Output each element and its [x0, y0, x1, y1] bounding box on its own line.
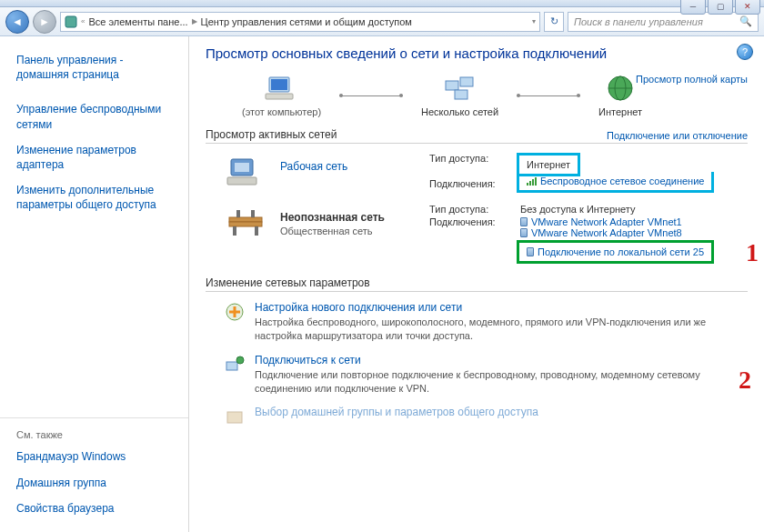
svg-rect-2 — [271, 79, 287, 90]
full-map-link[interactable]: Просмотр полной карты — [636, 74, 748, 85]
sidebar-item-adapter[interactable]: Изменение параметров адаптера — [0, 137, 188, 177]
network-type: Общественная сеть — [280, 226, 417, 236]
task-link[interactable]: Подключиться к сети — [255, 354, 728, 366]
work-network-icon — [224, 153, 267, 189]
search-placeholder: Поиск в панели управления — [574, 16, 703, 27]
connect-disconnect-link[interactable]: Подключение или отключение — [607, 130, 748, 141]
svg-rect-11 — [235, 163, 249, 172]
svg-rect-4 — [446, 81, 458, 90]
vmnet8-link[interactable]: VMware Network Adapter VMnet8 — [520, 227, 714, 238]
sidebar-item-homegroup[interactable]: Домашняя группа — [0, 470, 188, 496]
breadcrumb-chevron-icon: ▾ — [532, 17, 536, 25]
globe-icon — [606, 74, 635, 103]
breadcrumb-item[interactable]: Все элементы пане... — [88, 16, 187, 27]
back-button[interactable]: ◄ — [5, 10, 29, 34]
svg-point-21 — [236, 356, 244, 364]
section-label: Просмотр активных сетей — [206, 128, 337, 141]
svg-rect-17 — [236, 210, 240, 217]
annotation-2: 2 — [739, 366, 751, 395]
public-network-icon — [224, 204, 267, 240]
breadcrumb-chevron-icon: ▶ — [192, 17, 197, 25]
access-type-label: Тип доступа: — [429, 204, 520, 215]
section-change-settings: Изменение сетевых параметров — [206, 276, 748, 292]
access-type-value: Интернет — [527, 159, 570, 170]
task-desc: Настройка беспроводного, широкополосного… — [255, 316, 728, 343]
page-title: Просмотр основных сведений о сети и наст… — [206, 45, 748, 61]
signal-icon — [527, 177, 537, 186]
svg-rect-3 — [266, 94, 293, 99]
adapter-icon — [520, 228, 528, 237]
sidebar-item-firewall[interactable]: Брандмауэр Windows — [0, 444, 188, 469]
network-node-label: Несколько сетей — [421, 106, 498, 117]
forward-button[interactable]: ► — [33, 10, 56, 34]
network-icon — [442, 74, 478, 103]
search-icon: 🔍 — [739, 15, 752, 27]
maximize-button[interactable]: ▢ — [708, 0, 733, 15]
task-connect[interactable]: Подключиться к сети Подключение или повт… — [224, 354, 748, 396]
svg-rect-5 — [460, 77, 473, 86]
section-label: Изменение сетевых параметров — [206, 276, 370, 289]
control-panel-icon — [65, 15, 77, 28]
svg-rect-14 — [229, 222, 262, 226]
svg-rect-13 — [229, 217, 262, 222]
breadcrumb[interactable]: « Все элементы пане... ▶ Центр управлени… — [60, 12, 540, 32]
sidebar-item-browser[interactable]: Свойства браузера — [0, 496, 188, 521]
svg-rect-20 — [226, 362, 237, 370]
lan25-link[interactable]: Подключение по локальной сети 25 — [527, 246, 704, 257]
svg-rect-22 — [227, 412, 242, 423]
network-block-work: Рабочая сеть Тип доступа: Интернет Подкл… — [206, 153, 748, 195]
sidebar-item-home[interactable]: Панель управления - домашняя страница — [0, 47, 188, 87]
titlebar: ─ ▢ ✕ — [0, 0, 764, 7]
network-name-link[interactable]: Рабочая сеть — [280, 160, 417, 173]
svg-rect-0 — [65, 16, 76, 27]
homegroup-icon — [224, 406, 246, 427]
task-link[interactable]: Настройка нового подключения или сети — [255, 301, 728, 314]
adapter-icon — [527, 247, 534, 256]
task-desc: Подключение или повторное подключение к … — [255, 368, 728, 396]
svg-rect-12 — [227, 177, 256, 185]
svg-rect-18 — [251, 210, 255, 217]
access-type-label: Тип доступа: — [429, 153, 520, 176]
sidebar-item-sharing[interactable]: Изменить дополнительные параметры общего… — [0, 177, 188, 217]
computer-icon — [264, 74, 300, 103]
see-also-heading: См. также — [0, 426, 188, 444]
main-panel: ? Просмотр основных сведений о сети и на… — [189, 36, 764, 532]
adapter-icon — [520, 217, 528, 226]
sidebar: Панель управления - домашняя страница Уп… — [0, 36, 189, 532]
connection-line — [517, 95, 580, 96]
wireless-connection-link[interactable]: Беспроводное сетевое соединение — [527, 176, 704, 186]
help-icon[interactable]: ? — [737, 44, 753, 60]
network-node-label: (этот компьютер) — [242, 106, 321, 117]
vmnet1-link[interactable]: VMware Network Adapter VMnet1 — [520, 216, 714, 227]
task-homegroup[interactable]: Выбор домашней группы и параметров общег… — [224, 406, 748, 427]
annotation-1: 1 — [746, 238, 759, 267]
breadcrumb-item[interactable]: Центр управления сетями и общим доступом — [201, 16, 412, 27]
connections-label: Подключения: — [429, 216, 520, 264]
network-node-label: Интернет — [598, 106, 642, 117]
svg-rect-6 — [455, 90, 467, 99]
task-new-connection[interactable]: Настройка нового подключения или сети На… — [224, 301, 748, 343]
access-type-value: Без доступа к Интернету — [520, 204, 636, 215]
connect-icon — [224, 354, 246, 376]
minimize-button[interactable]: ─ — [680, 0, 706, 15]
network-map: (этот компьютер) Несколько сетей Интерне… — [206, 74, 748, 117]
network-name: Неопознанная сеть — [280, 211, 417, 224]
network-block-unidentified: Неопознанная сеть Общественная сеть Тип … — [206, 204, 748, 266]
task-link[interactable]: Выбор домашней группы и параметров общег… — [255, 406, 538, 418]
address-bar: ◄ ► « Все элементы пане... ▶ Центр управ… — [0, 7, 764, 36]
new-connection-icon — [224, 301, 246, 323]
sidebar-item-wireless[interactable]: Управление беспроводными сетями — [0, 96, 188, 136]
divider — [0, 417, 188, 418]
connections-label: Подключения: — [429, 178, 520, 193]
breadcrumb-chevron-icon: « — [81, 17, 85, 25]
section-active-networks: Просмотр активных сетей Подключение или … — [206, 128, 748, 144]
close-button[interactable]: ✕ — [735, 0, 760, 15]
svg-rect-16 — [255, 226, 258, 236]
refresh-button[interactable]: ↻ — [544, 12, 564, 32]
svg-rect-15 — [233, 226, 236, 236]
connection-line — [339, 95, 403, 96]
